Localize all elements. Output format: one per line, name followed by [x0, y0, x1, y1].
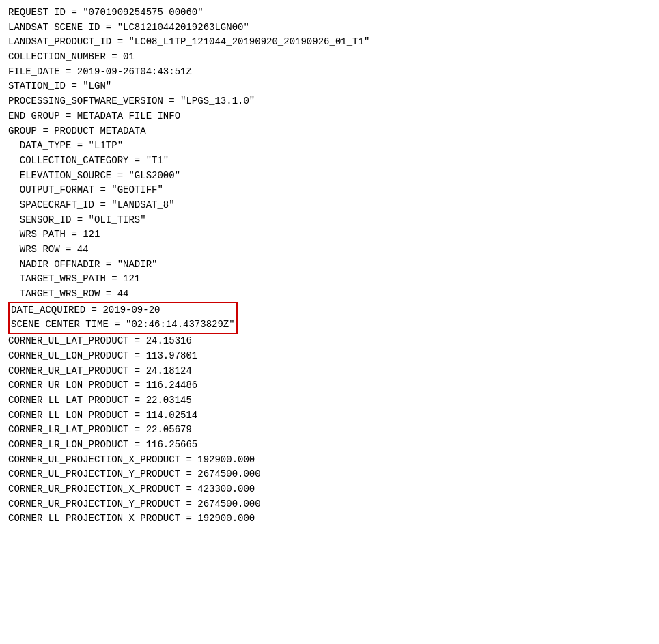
metadata-line: REQUEST_ID = "0701909254575_00060" [8, 5, 651, 20]
metadata-line: CORNER_UR_PROJECTION_X_PRODUCT = 423300.… [8, 482, 651, 497]
metadata-line: TARGET_WRS_ROW = 44 [8, 287, 651, 302]
metadata-line: CORNER_UR_LON_PRODUCT = 116.24486 [8, 378, 651, 393]
metadata-line: OUTPUT_FORMAT = "GEOTIFF" [8, 183, 651, 198]
metadata-line: CORNER_LR_LON_PRODUCT = 116.25665 [8, 438, 651, 453]
metadata-line: GROUP = PRODUCT_METADATA [8, 124, 651, 139]
metadata-line: NADIR_OFFNADIR = "NADIR" [8, 257, 651, 272]
metadata-line: COLLECTION_NUMBER = 01 [8, 50, 651, 65]
metadata-line: DATA_TYPE = "L1TP" [8, 139, 651, 154]
metadata-content: REQUEST_ID = "0701909254575_00060"LANDSA… [8, 5, 651, 527]
lines-before-highlight: REQUEST_ID = "0701909254575_00060"LANDSA… [8, 5, 651, 302]
metadata-line: SENSOR_ID = "OLI_TIRS" [8, 213, 651, 228]
metadata-line: CORNER_UR_LAT_PRODUCT = 24.18124 [8, 364, 651, 379]
lines-after-highlight: CORNER_UL_LAT_PRODUCT = 24.15316CORNER_U… [8, 334, 651, 527]
metadata-line: WRS_ROW = 44 [8, 242, 651, 257]
highlighted-lines: DATE_ACQUIRED = 2019-09-20SCENE_CENTER_T… [11, 303, 235, 333]
metadata-line: CORNER_LL_LON_PRODUCT = 114.02514 [8, 408, 651, 423]
highlighted-block: DATE_ACQUIRED = 2019-09-20SCENE_CENTER_T… [8, 302, 238, 334]
metadata-line: LANDSAT_SCENE_ID = "LC81210442019263LGN0… [8, 20, 651, 36]
metadata-line: CORNER_LR_LAT_PRODUCT = 22.05679 [8, 423, 651, 438]
metadata-line: CORNER_UL_PROJECTION_X_PRODUCT = 192900.… [8, 453, 651, 468]
metadata-line: TARGET_WRS_PATH = 121 [8, 272, 651, 287]
highlighted-metadata-line: SCENE_CENTER_TIME = "02:46:14.4373829Z" [11, 318, 235, 333]
metadata-line: CORNER_UR_PROJECTION_Y_PRODUCT = 2674500… [8, 497, 651, 512]
metadata-line: CORNER_UL_LAT_PRODUCT = 24.15316 [8, 334, 651, 349]
metadata-line: WRS_PATH = 121 [8, 227, 651, 242]
metadata-line: END_GROUP = METADATA_FILE_INFO [8, 109, 651, 124]
metadata-line: PROCESSING_SOFTWARE_VERSION = "LPGS_13.1… [8, 94, 651, 109]
metadata-line: CORNER_LL_PROJECTION_X_PRODUCT = 192900.… [8, 512, 651, 527]
metadata-line: CORNER_LL_LAT_PRODUCT = 22.03145 [8, 393, 651, 408]
metadata-line: FILE_DATE = 2019-09-26T04:43:51Z [8, 65, 651, 80]
metadata-line: SPACECRAFT_ID = "LANDSAT_8" [8, 198, 651, 213]
metadata-line: STATION_ID = "LGN" [8, 79, 651, 94]
metadata-line: LANDSAT_PRODUCT_ID = "LC08_L1TP_121044_2… [8, 35, 651, 50]
metadata-line: ELEVATION_SOURCE = "GLS2000" [8, 169, 651, 184]
highlighted-metadata-line: DATE_ACQUIRED = 2019-09-20 [11, 303, 235, 318]
metadata-line: CORNER_UL_PROJECTION_Y_PRODUCT = 2674500… [8, 467, 651, 482]
metadata-line: CORNER_UL_LON_PRODUCT = 113.97801 [8, 349, 651, 364]
metadata-line: COLLECTION_CATEGORY = "T1" [8, 154, 651, 169]
